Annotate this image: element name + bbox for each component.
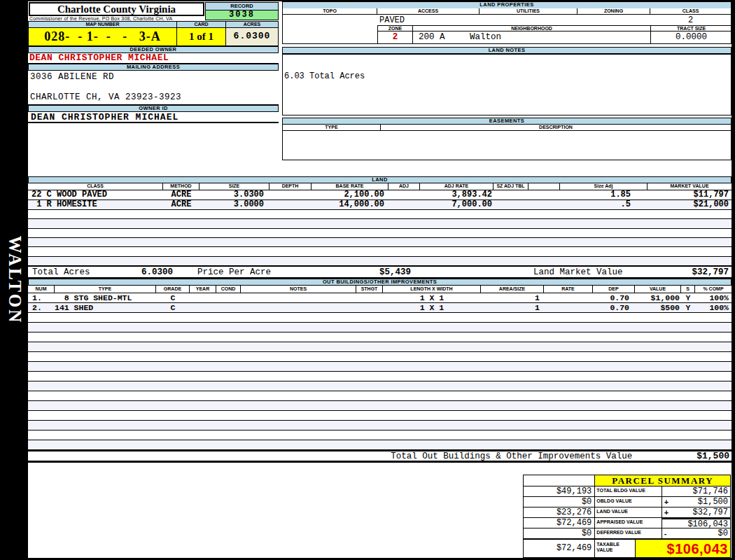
col-class: CLASS <box>28 183 163 190</box>
land-note-text: 6.03 Total Acres <box>284 71 365 81</box>
map-number-value: 028- - 1- - - 3-A <box>28 28 177 46</box>
outbuildings-total-row: Total Out Buildings & Other Improvements… <box>28 450 732 463</box>
cell-type: 141 SHED <box>55 303 156 312</box>
cell-rate <box>544 303 593 312</box>
cell-label: LAND VALUE <box>595 507 662 517</box>
neighborhood-value: 200 A Walton <box>413 31 651 43</box>
parcel-summary-header-row: PARCEL SUMMARY <box>524 475 730 486</box>
map-number-label: MAP NUMBER <box>28 21 177 28</box>
cell-class: 22 C WOOD PAVED <box>28 190 163 200</box>
cell-sz-adj-tbl <box>493 200 528 209</box>
cell-amount: $0 <box>718 528 728 538</box>
cell-method: ACRE <box>163 200 200 209</box>
cell-pct-comp: 100% <box>695 293 732 302</box>
cell-area-size: 1 <box>481 293 544 302</box>
property-record-card: WALTON Charlotte County Virginia Commiss… <box>0 0 735 560</box>
col-access: ACCESS <box>377 8 479 14</box>
col-adj: ADJ <box>388 183 420 190</box>
table-empty-row <box>28 382 732 391</box>
price-per-acre-label: Price Per Acre <box>197 267 271 279</box>
cell-dep: 0.70 <box>593 303 635 312</box>
land-notes-header: LAND NOTES <box>282 47 732 54</box>
cell-base-rate: 14,000.00 <box>312 200 388 209</box>
cell-label: OBLDG VALUE <box>595 497 662 507</box>
neighborhood-label: NEIGHBORHOOD <box>413 25 651 31</box>
land-market-value-label: Land Market Value <box>533 267 623 279</box>
cell-amount: $32,797 <box>693 507 728 517</box>
cell-amount: $106,043 <box>687 519 728 529</box>
col-adj-rate: ADJ RATE <box>420 183 493 190</box>
col-zoning: ZONING <box>578 8 650 14</box>
cell-cond <box>216 303 241 312</box>
land-section-header: LAND <box>28 176 732 183</box>
col-type: TYPE <box>55 286 156 293</box>
outbuildings-empty-rows <box>28 313 732 450</box>
summary-row-appraised: $72,469 APPRAISED VALUE $106,043 <box>524 518 730 528</box>
easements-box <box>282 131 732 160</box>
cell-left-amount: $0 <box>524 528 595 538</box>
land-row: 1 R HOMESITE ACRE 3.0000 14,000.00 7,000… <box>28 200 732 210</box>
outbuildings-table-head: NUM TYPE GRADE YEAR COND NOTES STHGT LEN… <box>28 286 732 293</box>
outbuildings-total-value: $1,500 <box>696 451 732 461</box>
taxable-value-label: TAXABLE VALUE <box>595 540 636 557</box>
table-empty-row <box>28 210 732 219</box>
cell-length-width: 1 X 1 <box>383 293 481 302</box>
cell-notes <box>241 303 356 312</box>
cell-label: TOTAL BLDG VALUE <box>595 486 662 496</box>
cell-dep: 0.70 <box>593 293 635 302</box>
card-value: 1 of 1 <box>177 28 226 46</box>
table-empty-row <box>28 219 732 228</box>
col-pct-comp: % COMP <box>695 286 732 293</box>
table-empty-row <box>28 323 732 332</box>
parcel-summary-title: PARCEL SUMMARY <box>595 475 730 486</box>
map-header-row: MAP NUMBER CARD ACRES <box>28 21 279 28</box>
cell-blank <box>528 190 560 200</box>
empty-cell <box>524 475 595 486</box>
cell-size: 3.0300 <box>200 190 270 200</box>
cell-size: 3.0000 <box>200 200 270 209</box>
land-empty-rows <box>28 210 732 266</box>
col-sz-adj-tbl: SZ ADJ TBL <box>493 183 528 190</box>
cell-pct-comp: 100% <box>695 303 732 312</box>
cell-size-adj: .5 <box>560 200 648 209</box>
col-length-width: LENGTH X WIDTH <box>383 286 481 293</box>
land-totals-row: Total Acres 6.0300 Price Per Acre $5,439… <box>28 266 732 279</box>
col-easement-description: DESCRIPTION <box>381 125 731 130</box>
col-size-adj: Size Adj <box>560 183 648 190</box>
col-method: METHOD <box>163 183 200 190</box>
col-year: YEAR <box>190 286 216 293</box>
cell-left-amount: $0 <box>524 497 595 507</box>
cell-adj-rate: 7,000.00 <box>420 200 493 209</box>
cell-op: - <box>664 528 667 538</box>
address-line-2: CHARLOTTE CH, VA 23923-3923 <box>30 92 279 102</box>
price-per-acre-value: $5,439 <box>379 267 411 279</box>
cell-adj-rate: 3,893.42 <box>420 190 493 200</box>
col-cond: COND <box>216 286 241 293</box>
cell-left-amount: $72,469 <box>524 540 595 557</box>
table-empty-row <box>28 257 732 266</box>
table-empty-row <box>28 332 732 342</box>
cell-depth <box>270 190 312 200</box>
cell-amount: $1,500 <box>698 497 728 507</box>
neighborhood-code: 200 A <box>419 32 445 42</box>
table-empty-row <box>28 362 732 372</box>
address-line-1: 3036 ABILENE RD <box>30 72 279 82</box>
col-easement-type: TYPE <box>283 125 381 130</box>
col-topo: TOPO <box>283 8 377 14</box>
cell-sthgt <box>356 303 383 312</box>
col-base-rate: BASE RATE <box>312 183 388 190</box>
col-class: CLASS <box>650 8 731 14</box>
col-utilities: UTILITIES <box>479 8 578 14</box>
acres-label: ACRES <box>226 21 279 28</box>
summary-row-taxable: $72,469 TAXABLE VALUE $106,043 <box>524 539 730 557</box>
cell-value: $500 <box>635 303 681 312</box>
access-value: PAVED <box>379 15 405 25</box>
zone-label: ZONE <box>378 25 413 31</box>
owner-id-header: OWNER ID <box>28 105 279 112</box>
mailing-address: 3036 ABILENE RD CHARLOTTE CH, VA 23923-3… <box>28 71 279 105</box>
land-notes-box: 6.03 Total Acres <box>282 54 732 115</box>
table-empty-row <box>28 238 732 247</box>
col-s: S <box>681 286 695 293</box>
table-empty-row <box>28 342 732 352</box>
cell-size-adj: 1.85 <box>560 190 648 200</box>
